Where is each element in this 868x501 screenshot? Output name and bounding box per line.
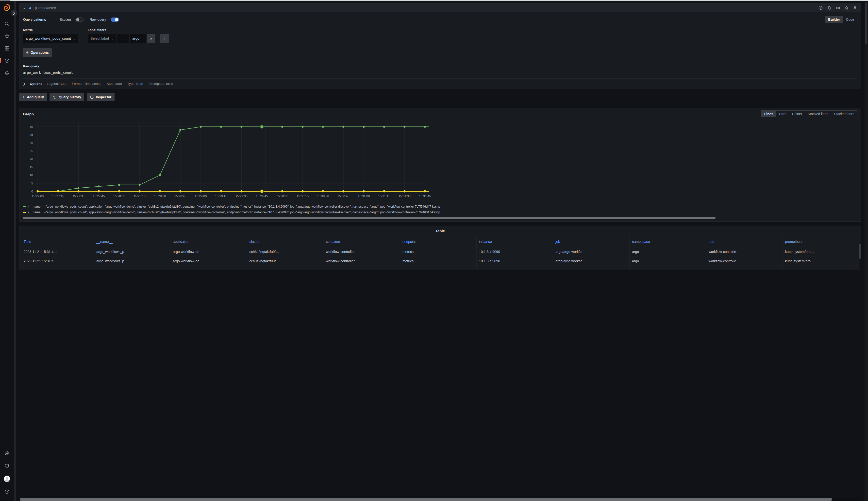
label-name-select[interactable]: Select label⌄	[88, 34, 116, 43]
add-query-button[interactable]: + Add query	[19, 93, 47, 101]
y-axis-label: 35	[30, 133, 33, 137]
query-toolbar: Query patterns⌄ Explain Raw query Builde…	[23, 15, 434, 24]
column-header-cluster[interactable]: cluster	[247, 236, 324, 247]
options-summary-item: Legend: Auto	[47, 82, 66, 86]
metric-label: Metric	[23, 28, 78, 32]
x-axis-label: 15:28:30	[154, 194, 166, 198]
query-patterns-dropdown[interactable]: Query patterns⌄	[23, 15, 54, 24]
x-axis-label: 15:31:15	[378, 194, 390, 198]
explain-label: Explain	[59, 18, 71, 21]
column-header-time[interactable]: Time	[21, 236, 94, 247]
y-axis-label: 10	[30, 173, 33, 177]
y-axis-label: 0	[31, 190, 33, 193]
table-panel: Table Time__name__applicationclustercont…	[19, 226, 434, 250]
highlighted-point	[260, 125, 264, 128]
raw-query-preview: Raw query argo_workflows_pods_count	[23, 61, 434, 79]
x-axis-label: 15:29:00	[195, 194, 207, 198]
chevron-right-icon[interactable]: ❯	[23, 82, 25, 86]
inspector-button[interactable]: Inspector	[87, 93, 114, 101]
x-axis-label: 15:27:45	[93, 194, 105, 198]
table-cell: 2023-11-21 15:31:4…	[21, 247, 94, 250]
graph-panel-title: Graph	[23, 112, 34, 116]
plus-icon: +	[26, 50, 29, 55]
x-axis-label: 15:29:15	[215, 194, 227, 198]
chevron-down-icon: ⌄	[124, 37, 127, 40]
sidebar: ?	[0, 1, 14, 250]
options-summary-item: Format: Time series	[72, 82, 101, 86]
explore-compass-icon[interactable]	[4, 58, 10, 64]
x-axis-label: 15:29:30	[235, 194, 248, 198]
legend-series-label: {__name__="argo_workflows_pods_count", a…	[28, 211, 434, 214]
options-summary-item: Type: Both	[127, 82, 143, 86]
x-axis-label: 15:27:00	[32, 194, 44, 198]
column-header-container[interactable]: container	[323, 236, 400, 247]
column-header-endpoint[interactable]: endpoint	[400, 236, 434, 247]
y-axis-label: 15	[30, 166, 33, 169]
chevron-down-icon: ⌄	[111, 37, 113, 40]
column-header-application[interactable]: application	[171, 236, 247, 247]
x-axis-label: 15:30:15	[297, 194, 309, 198]
query-ref-id[interactable]: A	[29, 6, 32, 10]
legend-scrollbar[interactable]	[23, 217, 434, 219]
x-axis-label: 15:31:30	[398, 194, 410, 198]
label-filters-field: Label filters Select label⌄ =⌄ argo⌄ × +	[88, 28, 169, 43]
graph-legend: {__name__="argo_workflows_pods_count", a…	[23, 204, 434, 215]
grafana-logo-icon[interactable]	[3, 3, 11, 12]
options-summary: Legend: AutoFormat: Time seriesStep: aut…	[47, 82, 173, 86]
starred-icon[interactable]	[4, 33, 10, 39]
legend-series-label: {__name__="argo_workflows_pods_count", a…	[28, 205, 434, 208]
x-axis-label: 15:28:00	[113, 194, 125, 198]
history-icon	[53, 95, 57, 99]
table-cell: metrics	[400, 247, 434, 250]
metric-field: Metric argo_workflows_pods_count⌄	[23, 28, 78, 43]
column-header-name[interactable]: __name__	[94, 236, 171, 247]
options-summary-item: Step: auto	[107, 82, 122, 86]
y-axis-label: 20	[30, 158, 33, 161]
table-cell: argo_workflows_p…	[94, 247, 171, 250]
chevron-down-icon: ⌄	[74, 37, 76, 40]
metric-select[interactable]: argo_workflows_pods_count⌄	[23, 34, 78, 43]
table-cell: cch3s2nqtakrfu9f…	[247, 247, 324, 250]
x-axis-label: 15:29:45	[256, 194, 268, 198]
info-icon	[90, 95, 94, 99]
legend-item[interactable]: {__name__="argo_workflows_pods_count", a…	[23, 209, 434, 215]
highlighted-point	[260, 190, 264, 193]
graph-panel: Graph LinesBarsPointsStacked linesStacke…	[19, 108, 434, 222]
x-axis-label: 15:27:15	[52, 194, 64, 198]
raw-query-toggle[interactable]	[111, 18, 119, 22]
results-table: Time__name__applicationclustercontainere…	[21, 236, 434, 250]
search-icon[interactable]	[4, 21, 10, 26]
query-history-button[interactable]: Query history	[50, 93, 84, 101]
y-axis-label: 30	[30, 141, 33, 145]
add-filter-button[interactable]: +	[160, 34, 169, 43]
y-axis-label: 5	[31, 182, 33, 185]
x-axis-label: 15:30:00	[276, 194, 288, 198]
options-row: ❯ Options Legend: AutoFormat: Time serie…	[23, 79, 434, 89]
legend-swatch	[23, 206, 26, 207]
x-axis-label: 15:27:30	[73, 194, 85, 198]
collapse-query-chevron-icon[interactable]: ⌄	[23, 6, 25, 10]
alerting-bell-icon[interactable]	[4, 70, 10, 76]
y-axis-label: 25	[30, 149, 33, 153]
graph-canvas[interactable]: 051015202530354015:27:0015:27:1515:27:30…	[23, 119, 431, 202]
x-axis-label: 15:28:15	[133, 194, 145, 198]
dashboards-icon[interactable]	[4, 45, 10, 51]
explore-actions: + Add query Query history Inspector	[19, 93, 434, 101]
label-value-select[interactable]: argo⌄	[130, 34, 147, 43]
operator-select[interactable]: =⌄	[117, 34, 129, 43]
options-summary-item: Exemplars: false	[149, 82, 173, 86]
x-axis-label: 15:30:30	[317, 194, 329, 198]
expand-sidebar-button[interactable]: ❯	[11, 10, 17, 16]
sidebar-edge-strip	[14, 1, 16, 250]
query-editor-card: ⌄ A (Prometheus) ? Query patterns⌄	[19, 3, 434, 89]
explain-toggle[interactable]	[75, 18, 84, 22]
options-title[interactable]: Options	[30, 82, 42, 86]
remove-filter-button[interactable]: ×	[147, 34, 155, 43]
legend-item[interactable]: {__name__="argo_workflows_pods_count", a…	[23, 204, 434, 209]
operations-button[interactable]: + Operations	[23, 48, 52, 57]
datasource-name: (Prometheus)	[35, 6, 56, 10]
raw-query-preview-label: Raw query	[23, 64, 434, 68]
x-axis-label: 15:31:00	[358, 194, 370, 198]
table-cell: argo-workflow-de…	[171, 247, 247, 250]
window-top-strip	[0, 0, 434, 1]
